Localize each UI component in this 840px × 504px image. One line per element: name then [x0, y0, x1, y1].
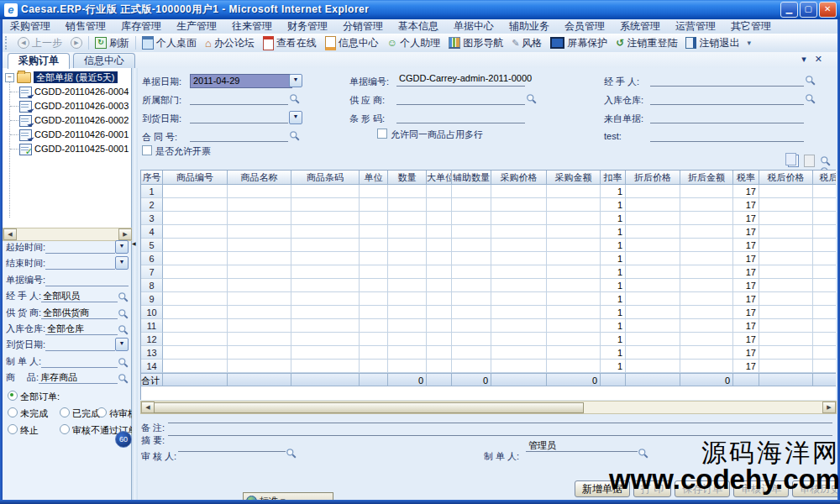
close-button[interactable]: ✕: [819, 2, 837, 18]
grid-cell[interactable]: [680, 360, 733, 373]
grid-cell[interactable]: [427, 306, 452, 319]
search-icon[interactable]: [805, 75, 816, 86]
form-col3-row0-field[interactable]: [650, 73, 804, 87]
grid-cell[interactable]: [813, 319, 836, 333]
calendar-dropdown-icon[interactable]: ▼: [115, 256, 129, 270]
grid-cell[interactable]: 1: [601, 346, 626, 360]
tree-item[interactable]: CGDD-20110426-0003 未完成: [19, 100, 131, 113]
collapse-icon[interactable]: −: [5, 73, 14, 82]
grid-cell[interactable]: [388, 185, 427, 198]
grid-cell[interactable]: [491, 360, 547, 373]
radio-icon[interactable]: [8, 407, 18, 417]
search-icon[interactable]: [118, 373, 129, 384]
grid-cell[interactable]: [491, 239, 547, 252]
grid-cell[interactable]: 1: [601, 252, 626, 265]
filter-value[interactable]: [45, 269, 115, 270]
toolbar-button-graph-nav[interactable]: 图形导航: [444, 34, 507, 51]
menu-item[interactable]: 分销管理: [335, 19, 391, 34]
menu-item[interactable]: 运营管理: [668, 19, 723, 34]
grid-cell[interactable]: [427, 225, 452, 239]
checkbox-icon[interactable]: [142, 145, 152, 155]
grid-cell[interactable]: [228, 225, 291, 239]
grid-cell[interactable]: [291, 252, 360, 265]
grid-cell[interactable]: [388, 333, 427, 346]
grid-row-number[interactable]: 12: [141, 333, 163, 346]
grid-row[interactable]: 14117: [141, 360, 836, 373]
grid-cell[interactable]: [547, 306, 601, 319]
grid-row-number[interactable]: 4: [141, 225, 163, 239]
grid-cell[interactable]: [360, 239, 388, 252]
grid-row-number[interactable]: 9: [141, 292, 163, 306]
grid-row-number[interactable]: 13: [141, 346, 163, 360]
grid-row[interactable]: 5117: [141, 239, 836, 252]
grid-cell[interactable]: [547, 225, 601, 239]
grid-cell[interactable]: [291, 333, 360, 346]
grid-cell[interactable]: [680, 212, 733, 225]
grid-cell[interactable]: [360, 333, 388, 346]
remark-field[interactable]: [168, 411, 832, 423]
grid-cell[interactable]: [491, 252, 547, 265]
grid-cell[interactable]: 17: [733, 360, 759, 373]
grid-cell[interactable]: [547, 279, 601, 292]
grid-header-tax_price[interactable]: 税后价格: [759, 171, 813, 185]
grid-cell[interactable]: [626, 319, 680, 333]
grid-cell[interactable]: [680, 279, 733, 292]
grid-row[interactable]: 7117: [141, 265, 836, 279]
grid-cell[interactable]: [427, 333, 452, 346]
splitter-arrow-icon[interactable]: ◀: [132, 240, 136, 246]
tree-item[interactable]: CGDD-20110426-0004 未完成: [19, 86, 131, 98]
grid-cell[interactable]: 1: [601, 306, 626, 319]
grid-cell[interactable]: [163, 252, 228, 265]
grid-cell[interactable]: [491, 292, 547, 306]
grid-cell[interactable]: [163, 265, 228, 279]
grid-cell[interactable]: [491, 279, 547, 292]
toolbar-button-relogin[interactable]: ↺注销重登陆: [612, 34, 681, 51]
grid-header-name[interactable]: 商品名称: [228, 171, 291, 185]
toolbar-button-style[interactable]: ✎风格: [507, 34, 546, 51]
grid-cell[interactable]: [813, 252, 836, 265]
grid-cell[interactable]: [291, 346, 360, 360]
grid-cell[interactable]: [626, 292, 680, 306]
tree-item[interactable]: ✓CGDD-20110425-0001 已完成: [19, 143, 131, 155]
grid-cell[interactable]: [759, 346, 813, 360]
grid-header-big_unit[interactable]: 大单位: [427, 171, 452, 185]
radio-option[interactable]: 终止: [8, 424, 39, 437]
grid-row[interactable]: 8117: [141, 279, 836, 292]
grid-row[interactable]: 9117: [141, 292, 836, 306]
grid-cell[interactable]: [360, 319, 388, 333]
grid-cell[interactable]: [547, 265, 601, 279]
grid-cell[interactable]: [626, 239, 680, 252]
grid-cell[interactable]: [547, 252, 601, 265]
grid-cell[interactable]: [427, 319, 452, 333]
grid-cell[interactable]: [452, 360, 491, 373]
grid-cell[interactable]: [163, 239, 228, 252]
grid-cell[interactable]: [759, 265, 813, 279]
grid-cell[interactable]: [547, 333, 601, 346]
grid-cell[interactable]: [491, 212, 547, 225]
grid-cell[interactable]: 17: [733, 346, 759, 360]
grid-cell[interactable]: [813, 265, 836, 279]
tree-item[interactable]: CGDD-20110426-0002 未完成: [19, 114, 131, 127]
grid-cell[interactable]: [427, 198, 452, 212]
grid-cell[interactable]: [360, 292, 388, 306]
grid-cell[interactable]: [228, 346, 291, 360]
menu-item[interactable]: 辅助业务: [501, 19, 557, 34]
grid-header-unit[interactable]: 单位: [360, 171, 388, 185]
grid-row-number[interactable]: 1: [141, 185, 163, 198]
grid-cell[interactable]: [680, 333, 733, 346]
grid-row[interactable]: 1117: [141, 185, 836, 198]
grid-cell[interactable]: 1: [601, 225, 626, 239]
grid-cell[interactable]: [452, 239, 491, 252]
grid-cell[interactable]: [228, 252, 291, 265]
grid-cell[interactable]: [163, 360, 228, 373]
grid-cell[interactable]: [547, 198, 601, 212]
grid-cell[interactable]: [547, 185, 601, 198]
grid-cell[interactable]: [360, 198, 388, 212]
grid-cell[interactable]: [388, 252, 427, 265]
radio-icon[interactable]: [8, 391, 18, 401]
grid-cell[interactable]: [626, 185, 680, 198]
form-col3-row2-field[interactable]: [650, 110, 804, 123]
grid-cell[interactable]: 17: [733, 265, 759, 279]
search-icon[interactable]: [118, 291, 129, 302]
grid-cell[interactable]: [291, 292, 360, 306]
